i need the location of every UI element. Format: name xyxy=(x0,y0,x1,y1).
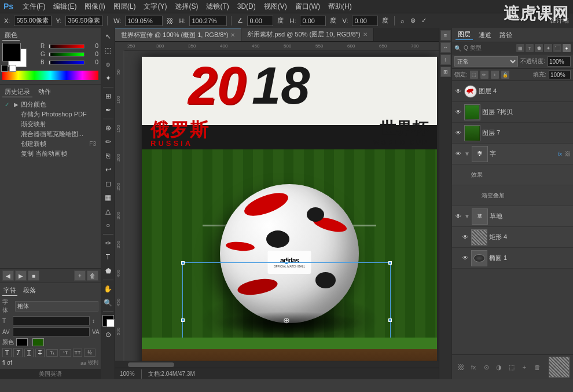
scroll-thumb[interactable] xyxy=(128,362,174,367)
tab-history[interactable]: 历史记录 xyxy=(2,87,32,97)
history-item-5[interactable]: ✓ ▶ 复制 当前动画帧 xyxy=(2,149,98,159)
underline-btn[interactable]: T xyxy=(24,349,34,357)
tab-paths[interactable]: 路径 xyxy=(497,30,515,40)
layer-style-btn[interactable]: fx xyxy=(468,362,479,372)
lock-position[interactable]: + xyxy=(491,71,499,79)
smallcaps-btn[interactable]: ½ xyxy=(84,349,95,357)
layer-item-grass-group[interactable]: 👁 ▼ 草 草地 xyxy=(452,206,573,227)
tool-dodge[interactable]: ○ xyxy=(102,219,115,232)
layer-item-ellipse[interactable]: 👁 椭圆 1 xyxy=(452,248,573,269)
layer-eye-text[interactable]: 👁 xyxy=(454,150,462,158)
history-item-3[interactable]: ✓ ▶ 混合器画笔克隆绘图... xyxy=(2,129,98,139)
layer-adjustment-btn[interactable]: ◑ xyxy=(494,362,504,372)
subscript-btn[interactable]: ¹T xyxy=(60,349,71,357)
layer-eye-7[interactable]: 👁 xyxy=(454,129,462,137)
menu-window[interactable]: 窗口(W) xyxy=(292,1,324,12)
tool-type[interactable]: T xyxy=(102,251,115,263)
filter-toggle[interactable]: ● xyxy=(563,44,571,52)
tool-crop[interactable]: ⊞ xyxy=(102,90,115,102)
tool-shape[interactable]: ⬟ xyxy=(102,265,115,277)
tab-actions[interactable]: 动作 xyxy=(36,87,53,97)
fg-mini[interactable] xyxy=(102,315,114,327)
bg-mini[interactable] xyxy=(106,319,115,327)
text-color-box2[interactable] xyxy=(32,338,44,346)
lock-transparent[interactable]: ⬚ xyxy=(470,71,478,79)
color-gradient-bar[interactable] xyxy=(2,71,98,80)
history-delete[interactable]: 🗑 xyxy=(87,270,98,281)
filter-smart[interactable]: ✦ xyxy=(544,44,552,52)
tool-quick-mask[interactable]: ⊙ xyxy=(102,328,115,341)
toolbar-w-input[interactable] xyxy=(125,16,163,26)
strikethrough-btn[interactable]: T xyxy=(35,349,45,357)
canvas-tab-0[interactable]: 世界杯宣传 @ 100% (概图 1, RGB/8*) ✕ xyxy=(115,28,241,41)
toolbar-y-input[interactable] xyxy=(65,16,103,26)
font-family-input[interactable]: 粗体 xyxy=(15,301,98,312)
menu-layer[interactable]: 图层(L) xyxy=(110,1,139,12)
toolbar-x-input[interactable] xyxy=(14,16,52,26)
menu-type[interactable]: 文字(Y) xyxy=(140,1,170,12)
toolbar-v-input[interactable] xyxy=(352,16,378,26)
lock-all[interactable]: 🔒 xyxy=(501,71,509,79)
superscript-btn[interactable]: T₁ xyxy=(46,349,58,357)
history-stop[interactable]: ■ xyxy=(28,270,39,281)
history-item-4[interactable]: ✓ ▶ 创建新帧 F3 xyxy=(2,139,98,149)
tool-hand[interactable]: ✋ xyxy=(102,283,115,295)
layer-link-btn[interactable]: ⛓ xyxy=(456,362,466,372)
tool-path[interactable]: ✑ xyxy=(102,237,115,250)
filter-fill[interactable]: ⬛ xyxy=(553,44,561,52)
right-tool-0[interactable]: ≡ xyxy=(440,30,451,41)
history-item-2[interactable]: ✓ ▶ 渐变映射 xyxy=(2,119,98,129)
layer-eye-7copy[interactable]: 👁 xyxy=(454,108,462,116)
layer-item-4[interactable]: 👁 ✕ 图层 4 xyxy=(452,81,573,102)
layer-delete-btn[interactable]: 🗑 xyxy=(532,362,542,372)
menu-filter[interactable]: 滤镜(T) xyxy=(203,1,232,12)
layer-item-7copy[interactable]: 👁 图层 7拷贝 xyxy=(452,102,573,123)
toolbar-cancel-icon[interactable]: ⊗ xyxy=(409,16,417,25)
layer-new-btn[interactable]: + xyxy=(519,362,530,372)
fi-ligature[interactable]: fi xyxy=(2,360,5,366)
bold-btn[interactable]: T xyxy=(2,348,12,357)
h-scrollbar[interactable] xyxy=(115,361,439,368)
fill-input[interactable] xyxy=(549,70,571,79)
menu-edit[interactable]: 编辑(E) xyxy=(50,1,80,12)
layer-eye-rect[interactable]: 👁 xyxy=(461,233,469,241)
toolbar-link-icon[interactable]: ⛓ xyxy=(165,17,175,25)
tool-clone[interactable]: ⎘ xyxy=(102,149,115,162)
menu-image[interactable]: 图像(I) xyxy=(81,1,108,12)
tab-paragraph[interactable]: 段落 xyxy=(22,285,37,296)
menu-file[interactable]: 文件(F) xyxy=(19,1,49,12)
r-slider[interactable] xyxy=(49,44,85,49)
history-new[interactable]: + xyxy=(74,270,86,281)
menu-view[interactable]: 视图(V) xyxy=(260,1,291,12)
white-swatch[interactable] xyxy=(9,65,16,72)
black-swatch[interactable] xyxy=(1,65,8,72)
filter-text[interactable]: T xyxy=(526,44,534,52)
toolbar-h-input[interactable] xyxy=(189,16,227,26)
italic-btn[interactable]: T xyxy=(13,348,23,357)
tool-lasso[interactable]: ⌾ xyxy=(102,58,115,71)
tool-select[interactable]: ⬚ xyxy=(102,44,115,57)
layer-item-7[interactable]: 👁 图层 7 xyxy=(452,123,573,144)
frac-icon[interactable]: σf xyxy=(7,360,12,366)
font-size-input[interactable] xyxy=(13,316,90,325)
filter-shape[interactable]: ⬟ xyxy=(535,44,543,52)
filter-pixel[interactable]: ▦ xyxy=(516,44,524,52)
layer-item-rect4[interactable]: 👁 矩形 4 xyxy=(452,227,573,248)
layer-group-btn[interactable]: ⬚ xyxy=(506,362,517,372)
toolbar-confirm-icon[interactable]: ✓ xyxy=(420,16,428,25)
layer-chevron-text[interactable]: ▼ xyxy=(464,151,470,157)
tab-color[interactable]: 颜色 xyxy=(2,30,20,41)
tool-brush[interactable]: ✏ xyxy=(102,135,115,148)
layer-chevron-grass[interactable]: ▼ xyxy=(464,213,470,219)
layer-item-text-group[interactable]: 👁 ▼ 字 字 fx ⛓ xyxy=(452,144,573,164)
tool-eraser[interactable]: ◻ xyxy=(102,177,115,190)
history-prev[interactable]: ◀ xyxy=(2,270,14,281)
canvas-tab-1[interactable]: 所用素材.psd @ 50% (图层 10, RGB/8*) ✕ xyxy=(241,28,373,41)
history-item-1[interactable]: ✓ ▶ 存储为 Photoshop PDF xyxy=(2,109,98,119)
right-tool-1[interactable]: ↔ xyxy=(440,42,451,53)
tab-channels[interactable]: 通道 xyxy=(476,30,494,40)
text-color-box[interactable] xyxy=(16,338,28,346)
layer-item-effects[interactable]: 效果 xyxy=(452,164,573,185)
tracking-input[interactable] xyxy=(13,327,90,336)
menu-select[interactable]: 选择(S) xyxy=(171,1,201,12)
